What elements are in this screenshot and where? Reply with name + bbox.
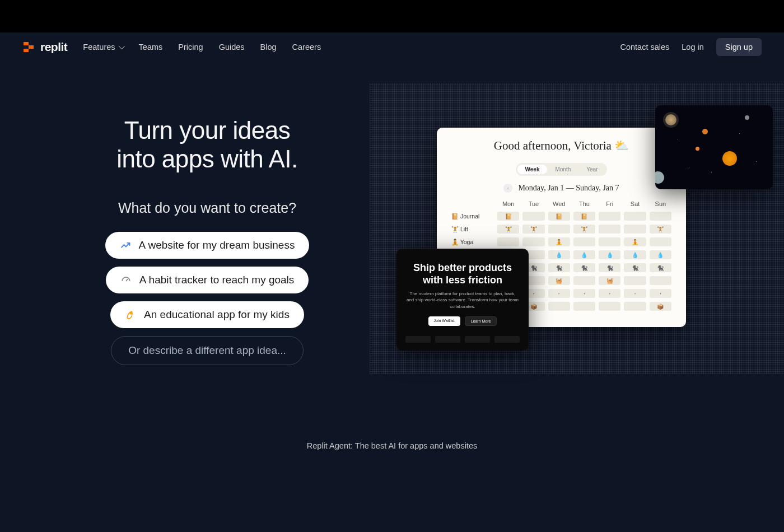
nav-blog[interactable]: Blog (260, 43, 277, 52)
habit-cell[interactable]: 📦 (650, 302, 671, 311)
habit-cell[interactable]: 🧺 (548, 276, 570, 285)
day-sat: Sat (624, 200, 646, 207)
prompt-custom[interactable]: Or describe a different app idea... (111, 336, 304, 365)
habit-cell[interactable] (650, 212, 671, 221)
habit-cell[interactable] (599, 237, 620, 246)
habit-cell[interactable] (650, 237, 671, 246)
planet-icon (696, 147, 699, 151)
nav-careers[interactable]: Careers (292, 43, 321, 52)
footer-bar (405, 336, 431, 343)
habit-cell[interactable]: 🧘 (624, 237, 646, 246)
date-range-label: Monday, Jan 1 — Sunday, Jan 7 (518, 184, 619, 193)
habit-cell[interactable]: 🐈‍⬛ (573, 263, 595, 272)
habit-cell[interactable]: 🐈‍⬛ (650, 263, 671, 272)
svg-point-4 (130, 312, 132, 314)
hero-section: Turn your ideas into apps with AI. What … (0, 62, 784, 374)
habit-cell[interactable]: · (624, 289, 646, 298)
prompt-website[interactable]: A website for my dream business (105, 232, 310, 259)
tab-year[interactable]: Year (578, 165, 605, 174)
login-link[interactable]: Log in (682, 43, 704, 52)
signup-button[interactable]: Sign up (716, 38, 762, 56)
planet-icon (702, 129, 708, 134)
habit-cell[interactable] (650, 276, 671, 285)
habit-cell[interactable] (624, 212, 646, 221)
habit-cell[interactable]: · (573, 289, 595, 298)
habit-cell[interactable]: 🧺 (599, 276, 620, 285)
habit-cell[interactable]: · (548, 289, 570, 298)
habit-cell[interactable]: 📔 (548, 212, 570, 221)
hero-left: Turn your ideas into apps with AI. What … (0, 83, 370, 374)
habit-cell[interactable]: 💧 (599, 250, 620, 259)
habit-cell[interactable] (573, 276, 595, 285)
svg-rect-0 (24, 42, 29, 45)
habit-label: 🏋️ Lift (451, 226, 494, 233)
habit-cell[interactable] (599, 225, 620, 234)
star-icon (689, 167, 689, 167)
learn-more-button[interactable]: Learn More (465, 316, 497, 326)
habit-cell[interactable] (624, 225, 646, 234)
contact-sales-link[interactable]: Contact sales (620, 43, 669, 52)
nav-links: Features Teams Pricing Guides Blog Caree… (83, 43, 620, 52)
habit-cell[interactable]: 🐈‍⬛ (599, 263, 620, 272)
nav-guides[interactable]: Guides (219, 43, 245, 52)
habit-cell[interactable] (522, 212, 544, 221)
habit-label: 📔 Journal (451, 213, 494, 220)
habit-cell[interactable] (624, 276, 646, 285)
star-icon (739, 133, 740, 134)
product-landing-card: Ship better products with less friction … (396, 249, 529, 351)
planet-icon (722, 151, 737, 166)
svg-rect-2 (24, 49, 29, 52)
habit-cell[interactable] (573, 237, 595, 246)
product-footer-bars (405, 336, 520, 343)
nav-teams[interactable]: Teams (139, 43, 163, 52)
nav-features[interactable]: Features (83, 43, 123, 52)
habit-cell[interactable] (497, 237, 519, 246)
habit-cell[interactable]: 🐈‍⬛ (548, 263, 570, 272)
prompt-website-label: A website for my dream business (139, 239, 295, 251)
habit-cell[interactable] (573, 302, 595, 311)
habit-row: 🏋️ Lift🏋️🏋️🏋️🏋️ (451, 225, 671, 234)
habit-cell[interactable]: · (599, 289, 620, 298)
prompt-education-label: An educational app for my kids (144, 309, 290, 321)
habit-cell[interactable]: 🏋️ (522, 225, 544, 234)
habit-cell[interactable]: 🏋️ (573, 225, 595, 234)
habit-cell[interactable] (624, 302, 646, 311)
planet-icon (655, 171, 664, 184)
habit-cell[interactable]: 🐈‍⬛ (624, 263, 646, 272)
prompt-habit[interactable]: A habit tracker to reach my goals (106, 267, 309, 293)
habit-cell[interactable] (522, 237, 544, 246)
habit-cell[interactable]: 💧 (573, 250, 595, 259)
habit-cell[interactable] (599, 212, 620, 221)
habit-cell[interactable] (548, 302, 570, 311)
prev-week-button[interactable]: ‹ (503, 184, 512, 193)
prompt-list: A website for my dream business A habit … (67, 232, 347, 365)
footer-tagline: Replit Agent: The best AI for apps and w… (0, 441, 784, 450)
habit-cell[interactable] (599, 302, 620, 311)
logo[interactable]: replit (22, 40, 67, 54)
star-icon (711, 172, 712, 173)
product-desc: The modern platform for product teams to… (405, 291, 520, 310)
nav-pricing[interactable]: Pricing (178, 43, 203, 52)
habit-cell[interactable]: 💧 (624, 250, 646, 259)
product-title: Ship better products with less friction (405, 262, 520, 286)
habit-cell[interactable]: 📔 (573, 212, 595, 221)
headline-line1: Turn your ideas (124, 116, 291, 144)
prompt-education[interactable]: An educational app for my kids (110, 301, 304, 328)
habit-row: 🧘 Yoga🧘🧘 (451, 237, 671, 246)
habit-cell[interactable] (548, 225, 570, 234)
hero-visual: Good afternoon, Victoria ⛅ Week Month Ye… (370, 83, 784, 374)
headline-line2: into apps with AI. (116, 145, 298, 172)
habit-cell[interactable]: 🏋️ (497, 225, 519, 234)
tab-week[interactable]: Week (517, 165, 548, 174)
habit-cell[interactable]: 💧 (650, 250, 671, 259)
day-fri: Fri (599, 200, 620, 207)
tab-month[interactable]: Month (547, 165, 578, 174)
habit-cell[interactable]: 💧 (548, 250, 570, 259)
habit-cell[interactable]: 🧘 (548, 237, 570, 246)
join-waitlist-button[interactable]: Join Waitlist (428, 316, 460, 326)
logo-icon (22, 40, 36, 54)
day-thu: Thu (573, 200, 595, 207)
habit-cell[interactable]: 🏋️ (650, 225, 671, 234)
habit-cell[interactable]: · (650, 289, 671, 298)
habit-cell[interactable]: 📔 (497, 212, 519, 221)
